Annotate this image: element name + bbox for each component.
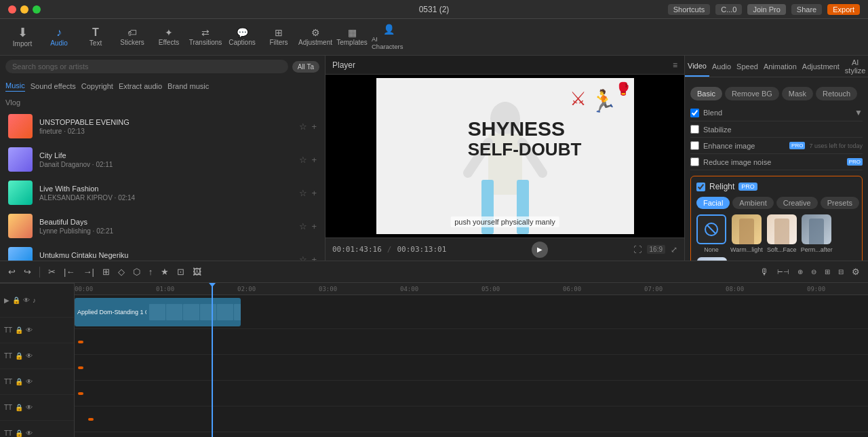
music-item[interactable]: Untukmu Cintaku Negeriku Onix Johan Wett… bbox=[3, 243, 322, 261]
category-extract-audio[interactable]: Extract audio bbox=[119, 80, 162, 92]
preset-perm-after[interactable]: Perm...after bbox=[801, 214, 833, 253]
join-pro-button[interactable]: Join Pro bbox=[747, 4, 785, 15]
preset-warm-light[interactable]: Warm...light bbox=[730, 214, 763, 253]
eye-icon[interactable]: 👁 bbox=[26, 378, 33, 385]
timeline-tracks-area[interactable]: 00:00 01:00 02:00 03:00 04:00 05:00 06:0… bbox=[75, 283, 868, 437]
music-item[interactable]: Beautiful Days Lynne Publishing · 02:21 … bbox=[3, 210, 322, 242]
zoom-in-button[interactable]: ⊕ bbox=[795, 267, 806, 277]
category-brand-music[interactable]: Brand music bbox=[167, 80, 209, 92]
mic-button[interactable]: 🎙 bbox=[757, 265, 772, 278]
grid-button[interactable]: ⊡ bbox=[174, 265, 187, 278]
zoom-out-button[interactable]: ⊖ bbox=[808, 267, 819, 277]
category-music[interactable]: Music bbox=[5, 80, 25, 92]
eye-icon[interactable]: 👁 bbox=[26, 404, 33, 411]
rtype-ambient[interactable]: Ambient bbox=[732, 197, 773, 209]
add-icon[interactable]: + bbox=[311, 121, 317, 132]
eye-icon[interactable]: 👁 bbox=[26, 352, 33, 360]
star-button[interactable]: ★ bbox=[158, 265, 172, 278]
filter-button[interactable]: All Ta bbox=[292, 61, 319, 73]
freeze-button[interactable]: ⬡ bbox=[130, 265, 143, 278]
trim-left-button[interactable]: |← bbox=[61, 265, 77, 278]
add-icon[interactable]: + bbox=[311, 188, 317, 198]
btab-remove-bg[interactable]: Remove BG bbox=[725, 87, 779, 100]
move-up-button[interactable]: ↑ bbox=[146, 265, 156, 278]
split-button[interactable]: ✂ bbox=[45, 265, 58, 278]
blend-expand-icon[interactable]: ▼ bbox=[854, 108, 863, 117]
text-clip-2[interactable] bbox=[78, 366, 83, 369]
stabilize-checkbox[interactable] bbox=[690, 125, 699, 134]
share-button[interactable]: Share bbox=[791, 4, 822, 15]
tool-templates[interactable]: ▦ Templates bbox=[335, 22, 369, 53]
keyframe-button[interactable]: ◇ bbox=[115, 265, 127, 278]
preset-none[interactable]: None bbox=[696, 214, 726, 253]
rtype-creative[interactable]: Creative bbox=[776, 197, 818, 209]
preview-menu-icon[interactable]: ≡ bbox=[673, 60, 677, 70]
category-sound-effects[interactable]: Sound effects bbox=[31, 80, 76, 92]
split2-button[interactable]: ⊞ bbox=[822, 267, 833, 277]
btab-retouch[interactable]: Retouch bbox=[816, 87, 857, 100]
minimize-button[interactable] bbox=[20, 5, 28, 14]
crop-button[interactable]: ⊞ bbox=[100, 265, 113, 278]
snap-button[interactable]: ⊢⊣ bbox=[774, 267, 792, 277]
relight-checkbox[interactable] bbox=[696, 183, 705, 191]
undo-button[interactable]: ↩ bbox=[5, 265, 18, 278]
text-clip-1[interactable] bbox=[78, 341, 83, 343]
trim-right-button[interactable]: →| bbox=[80, 265, 96, 278]
music-item[interactable]: UNSTOPPABLE EVENING fineture · 02:13 ☆ + bbox=[3, 110, 322, 142]
text-clip-4[interactable] bbox=[88, 418, 94, 421]
lock-icon[interactable]: 🔒 bbox=[15, 378, 23, 385]
redo-button[interactable]: ↪ bbox=[21, 265, 34, 278]
preset-soft-face[interactable]: Soft...Face bbox=[767, 214, 797, 253]
tool-captions[interactable]: 💬 Captions bbox=[225, 22, 259, 53]
eye-icon[interactable]: 👁 bbox=[26, 430, 33, 437]
tab-ai-stylize[interactable]: AI stylize bbox=[842, 56, 868, 77]
favorite-icon[interactable]: ☆ bbox=[299, 155, 307, 165]
rtype-facial[interactable]: Facial bbox=[696, 197, 730, 209]
eye-icon[interactable]: 👁 bbox=[23, 297, 30, 304]
tool-import[interactable]: ⬇ Import bbox=[5, 22, 39, 53]
tool-text[interactable]: T Text bbox=[79, 22, 113, 53]
maximize-button[interactable] bbox=[33, 5, 41, 14]
tab-adjustment[interactable]: Adjustment bbox=[800, 56, 842, 77]
shortcuts-button[interactable]: Shortcuts bbox=[668, 4, 710, 15]
lock-icon[interactable]: 🔒 bbox=[15, 404, 23, 411]
music-item[interactable]: Live With Fashion ALEKSANDAR KIPROV · 02… bbox=[3, 176, 322, 209]
favorite-icon[interactable]: ☆ bbox=[299, 121, 307, 132]
favorite-icon[interactable]: ☆ bbox=[299, 221, 307, 231]
tool-audio[interactable]: ♪ Audio bbox=[42, 22, 76, 53]
expand-icon[interactable]: ⤢ bbox=[671, 245, 677, 254]
lock-icon[interactable]: 🔒 bbox=[15, 326, 23, 334]
tool-stickers[interactable]: 🏷 Stickers bbox=[115, 22, 149, 53]
btab-mask[interactable]: Mask bbox=[782, 87, 813, 100]
tab-speed[interactable]: Speed bbox=[734, 56, 761, 77]
category-copyright[interactable]: Copyright bbox=[81, 80, 113, 92]
text-clip-3[interactable] bbox=[78, 392, 83, 395]
tab-video[interactable]: Video bbox=[685, 56, 709, 77]
tool-ai-characters[interactable]: 👤 AI Characters bbox=[372, 22, 406, 53]
video-clip[interactable]: Applied Dom-Standing 1 00:02:03:00 bbox=[75, 298, 241, 326]
enhance-image-checkbox[interactable] bbox=[690, 141, 699, 150]
tab-animation[interactable]: Animation bbox=[761, 56, 800, 77]
rtype-presets[interactable]: Presets bbox=[821, 197, 859, 209]
export-button[interactable]: Export bbox=[827, 4, 860, 15]
add-icon[interactable]: + bbox=[311, 254, 317, 261]
tool-filters[interactable]: ⊞ Filters bbox=[262, 22, 296, 53]
favorite-icon[interactable]: ☆ bbox=[299, 254, 307, 261]
image-button[interactable]: 🖼 bbox=[190, 265, 204, 278]
account-button[interactable]: C...0 bbox=[715, 4, 742, 15]
close-button[interactable] bbox=[8, 5, 16, 14]
fullscreen-icon[interactable]: ⛶ bbox=[633, 245, 642, 254]
merge-button[interactable]: ⊟ bbox=[835, 267, 846, 277]
favorite-icon[interactable]: ☆ bbox=[299, 188, 307, 198]
tab-audio[interactable]: Audio bbox=[709, 56, 734, 77]
lock-icon[interactable]: 🔒 bbox=[12, 297, 20, 304]
add-icon[interactable]: + bbox=[311, 155, 317, 165]
tool-adjustment[interactable]: ⚙ Adjustment bbox=[298, 22, 332, 53]
btab-basic[interactable]: Basic bbox=[690, 87, 722, 100]
music-item[interactable]: City Life Danait Draganov · 02:11 ☆ + bbox=[3, 143, 322, 176]
search-input[interactable] bbox=[5, 60, 288, 73]
tool-transitions[interactable]: ⇄ Transitions bbox=[189, 22, 222, 53]
play-button[interactable]: ▶ bbox=[532, 242, 548, 258]
tool-effects[interactable]: ✦ Effects bbox=[152, 22, 186, 53]
eye-icon[interactable]: 👁 bbox=[26, 326, 33, 334]
